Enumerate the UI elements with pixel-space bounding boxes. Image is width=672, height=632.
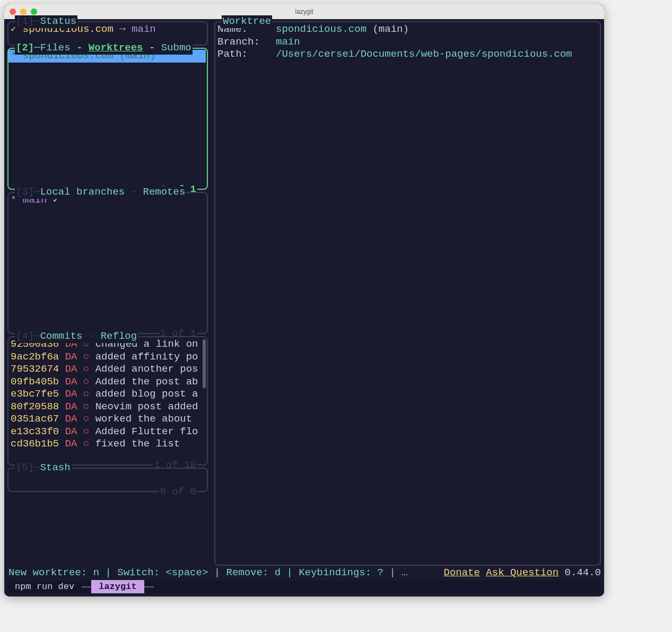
terminal-tab-strip: npm run dev lazygit	[7, 581, 601, 593]
commit-row[interactable]: 80f20588 DA ○ Neovim post added	[11, 401, 205, 414]
worktree-path-row: Path: /Users/cersei/Documents/web-pages/…	[217, 48, 598, 61]
tab-remotes[interactable]: Remotes	[143, 186, 185, 198]
commit-row[interactable]: 79532674 DA ○ Added another pos	[11, 363, 205, 376]
branches-panel-title: [3]─Local branches - Remotes	[15, 186, 186, 199]
commit-row[interactable]: 09fb405b DA ○ Added the post ab	[11, 376, 205, 389]
tab-submodules[interactable]: Submo	[161, 42, 191, 54]
terminal-tab-npm[interactable]: npm run dev	[7, 580, 82, 594]
hint-more: …	[402, 567, 407, 578]
window-titlebar: lazygit	[4, 4, 604, 19]
app-window: lazygit [1]─Status ✓ spondicious.com → m…	[4, 4, 604, 596]
help-line: New worktree: n | Switch: <space> | Remo…	[7, 566, 601, 580]
branches-panel[interactable]: [3]─Local branches - Remotes * main ✓ 1 …	[7, 192, 208, 334]
close-icon[interactable]	[10, 8, 16, 15]
commit-row[interactable]: e3bc7fe5 DA ○ added blog post a	[11, 388, 205, 401]
hint-switch: Switch: <space>	[117, 567, 208, 578]
status-panel-title: [1]─Status	[15, 15, 77, 28]
commits-panel[interactable]: [4]─Commits - Reflog 92500a36 DA ○ chang…	[7, 336, 208, 466]
commits-panel-title: [4]─Commits - Reflog	[15, 330, 138, 343]
minimize-icon[interactable]	[20, 8, 27, 15]
tab-worktrees[interactable]: Worktrees	[89, 42, 143, 54]
commit-row[interactable]: 0351ac67 DA ○ worked the about	[11, 413, 205, 426]
tab-edge-right	[144, 586, 154, 587]
scrollbar[interactable]	[203, 339, 206, 388]
ask-question-link[interactable]: Ask Question	[486, 567, 558, 578]
terminal-content: [1]─Status ✓ spondicious.com → main [2]─…	[4, 19, 604, 596]
files-panel-title: [2]─Files - Worktrees - Submo	[15, 42, 193, 55]
donate-link[interactable]: Donate	[444, 567, 480, 578]
window-title: lazygit	[4, 8, 604, 15]
stash-panel-footer: 0 of 0	[159, 486, 197, 498]
stash-panel[interactable]: [5]─Stash 0 of 0	[7, 468, 208, 492]
zoom-icon[interactable]	[31, 8, 37, 15]
tab-commits[interactable]: Commits	[40, 330, 83, 342]
worktree-detail-panel[interactable]: Worktree Name: spondicious.com (main) Br…	[214, 21, 601, 566]
commit-row[interactable]: cd36b1b5 DA ○ fixed the list	[11, 438, 205, 451]
hint-remove: Remove: d	[226, 567, 281, 578]
files-panel[interactable]: [2]─Files - Worktrees - Submo * spondici…	[7, 48, 208, 190]
stash-panel-title: [5]─Stash	[15, 462, 72, 475]
worktree-name-row: Name: spondicious.com (main)	[217, 23, 598, 36]
worktree-branch-row: Branch: main	[217, 36, 598, 49]
commit-row[interactable]: 9ac2bf6a DA ○ added affinity po	[11, 351, 205, 364]
worktree-detail-title: Worktree	[222, 15, 272, 28]
hint-keybindings: Keybindings: ?	[299, 567, 383, 578]
tab-files[interactable]: Files	[40, 42, 71, 54]
traffic-lights	[10, 8, 37, 15]
commit-row[interactable]: e13c33f0 DA ○ Added Flutter flo	[11, 426, 205, 438]
version-label: 0.44.0	[565, 567, 601, 578]
tab-reflog[interactable]: Reflog	[101, 330, 137, 342]
tab-local-branches[interactable]: Local branches	[40, 186, 125, 198]
hint-new-worktree: New worktree: n	[8, 567, 99, 578]
tab-edge-left	[82, 586, 91, 587]
terminal-tab-lazygit[interactable]: lazygit	[91, 580, 144, 594]
